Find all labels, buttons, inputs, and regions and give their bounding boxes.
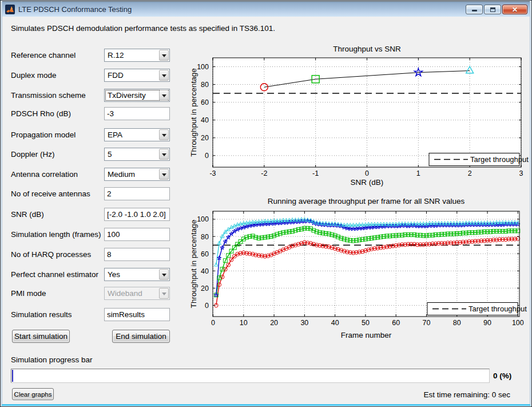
chevron-down-icon [162,274,166,279]
svg-text:100: 100 [512,319,524,327]
start-simulation-button[interactable]: Start simulation [12,330,70,343]
app-description: Simulates PDSCH demodulation performance… [11,24,275,33]
svg-text:60: 60 [201,250,209,258]
field-label-transmission-scheme: Transmission scheme [11,91,102,100]
combo-dropdown-button[interactable] [159,149,169,160]
legend: Target throughput [427,303,527,315]
svg-text:Throughput vs SNR: Throughput vs SNR [333,45,401,53]
svg-text:SNR (dB): SNR (dB) [351,178,384,187]
legend: Target throughput [429,153,529,166]
field-label-perfect-channel-estimator: Perfect channel estimator [11,270,102,279]
chevron-down-icon [162,74,166,80]
field-label-no-of-receive-antennas: No of receive antennas [11,189,102,198]
restore-icon [490,7,495,12]
field-label-pdsch-rho-db: PDSCH Rho (dB) [11,109,102,118]
svg-text:0: 0 [211,319,215,327]
transmission-scheme-combo[interactable]: TxDiversity [104,89,170,102]
svg-text:Target throughput: Target throughput [470,155,529,164]
svg-text:0: 0 [205,152,209,160]
no-of-receive-antennas-field[interactable] [104,187,170,200]
combo-value: FDD [108,71,124,80]
chevron-down-icon [162,54,166,60]
throughput-vs-snr-chart: -3-2-10123020406080100Throughput vs SNRS… [189,41,531,191]
svg-text:20: 20 [270,319,278,327]
pdsch-rho-db-field[interactable] [104,107,170,120]
field-label-antenna-correlation: Antenna correlation [11,170,102,179]
simulation-length-frames-field[interactable] [104,228,170,241]
combo-dropdown-button [159,288,169,299]
est-time-remaining: Est time remaining: 0 sec [423,390,510,399]
progress-fill [12,370,13,382]
svg-text:1: 1 [416,169,420,177]
window-title: LTE PDSCH Conformance Testing [18,5,132,14]
no-of-harq-processes-field[interactable] [104,248,170,261]
close-icon: ✕ [512,6,518,13]
svg-text:100: 100 [197,63,209,71]
running-average-chart: 0102030405060708090100020406080100Runnin… [189,195,531,347]
combo-dropdown-button[interactable] [159,129,169,140]
app-window: LTE PDSCH Conformance Testing ✕ Simulate… [0,0,532,407]
restore-button[interactable] [484,5,501,14]
chevron-down-icon [162,153,166,159]
chevron-down-icon [162,293,166,298]
combo-value: TxDiversity [108,91,146,100]
clear-graphs-button[interactable]: Clear graphs [12,388,54,400]
field-label-no-of-harq-processes: No of HARQ processes [11,250,102,259]
svg-text:Running average throughput per: Running average throughput per frame for… [268,197,465,206]
svg-text:90: 90 [483,319,491,327]
field-label-propagation-model: Propagation model [11,131,102,139]
svg-text:80: 80 [201,81,209,89]
svg-text:60: 60 [392,319,400,327]
svg-text:0: 0 [205,302,209,310]
close-button[interactable]: ✕ [502,5,527,14]
svg-text:20: 20 [201,134,209,142]
propagation-model-combo[interactable]: EPA [104,128,170,141]
end-simulation-button[interactable]: End simulation [112,330,170,343]
antenna-correlation-combo[interactable]: Medium [104,168,170,181]
chevron-down-icon [162,173,166,179]
combo-dropdown-button[interactable] [159,169,169,180]
svg-text:80: 80 [201,233,209,241]
reference-channel-combo[interactable]: R.12 [104,49,170,62]
minimize-icon [472,10,477,11]
field-label-doppler-hz: Doppler (Hz) [11,150,102,159]
svg-text:-1: -1 [312,169,319,177]
svg-text:2: 2 [468,169,472,177]
combo-value: Medium [108,170,135,179]
combo-value: EPA [108,131,122,139]
combo-value: Wideband [108,289,142,298]
svg-text:3: 3 [519,169,523,177]
svg-text:10: 10 [240,319,248,327]
matlab-icon [5,5,15,14]
svg-text:100: 100 [197,215,209,223]
combo-value: R.12 [108,51,124,60]
progress-bar-label: Simulation progress bar [11,355,93,364]
duplex-mode-combo[interactable]: FDD [104,69,170,82]
titlebar[interactable]: LTE PDSCH Conformance Testing ✕ [1,1,531,17]
combo-dropdown-button[interactable] [159,90,169,101]
chevron-down-icon [162,134,166,139]
svg-text:40: 40 [331,319,339,327]
combo-dropdown-button[interactable] [159,269,169,280]
field-label-duplex-mode: Duplex mode [11,71,102,80]
field-label-snr-db: SNR (dB) [11,210,102,219]
svg-text:60: 60 [201,98,209,106]
svg-text:30: 30 [300,319,308,327]
combo-dropdown-button[interactable] [159,70,169,81]
combo-value: Yes [108,270,120,279]
svg-text:50: 50 [362,319,370,327]
svg-text:40: 40 [201,116,209,124]
simulation-progress-bar [11,369,490,383]
chevron-down-icon [162,94,166,100]
progress-percent-label: 0 (%) [493,372,511,380]
combo-dropdown-button[interactable] [159,50,169,61]
simulation-results-field[interactable] [104,308,170,321]
svg-text:40: 40 [201,267,209,275]
minimize-button[interactable] [466,5,483,14]
doppler-hz-combo[interactable]: 5 [104,148,170,161]
combo-value: 5 [108,150,112,159]
perfect-channel-estimator-combo[interactable]: Yes [104,268,170,281]
snr-db-field[interactable] [104,208,170,221]
svg-text:Target throughput: Target throughput [469,305,527,313]
pmi-mode-combo: Wideband [104,287,170,300]
